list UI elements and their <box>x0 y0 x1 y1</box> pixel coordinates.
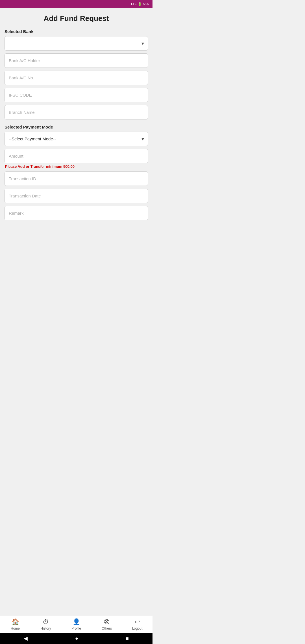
selected-payment-mode-label: Selected Payment Mode <box>5 125 148 129</box>
form-container: Selected Bank ▾ Selected Payment Mode --… <box>0 27 152 228</box>
bank-acc-no-input[interactable] <box>5 71 148 85</box>
branch-name-input[interactable] <box>5 105 148 119</box>
lte-icon: LTE <box>131 2 137 6</box>
remark-input[interactable] <box>5 206 148 220</box>
payment-mode-dropdown-wrapper[interactable]: --Select Payment Mode-- ▾ <box>5 132 148 146</box>
selected-bank-label: Selected Bank <box>5 29 148 34</box>
bank-holder-input[interactable] <box>5 53 148 68</box>
page-title: Add Fund Request <box>0 8 152 27</box>
amount-input[interactable] <box>5 149 148 163</box>
transaction-id-input[interactable] <box>5 171 148 186</box>
bank-dropdown-wrapper[interactable]: ▾ <box>5 36 148 51</box>
battery-icon: 🔋 <box>138 2 142 6</box>
transaction-date-input[interactable] <box>5 189 148 203</box>
ifsc-code-input[interactable] <box>5 88 148 102</box>
bank-dropdown[interactable] <box>5 36 148 51</box>
payment-mode-dropdown[interactable]: --Select Payment Mode-- <box>5 132 148 146</box>
amount-warning: Please Add or Transfer minimum 500.00 <box>5 164 148 169</box>
status-bar: LTE 🔋 5:55 <box>0 0 152 8</box>
time-display: 5:55 <box>143 2 149 6</box>
